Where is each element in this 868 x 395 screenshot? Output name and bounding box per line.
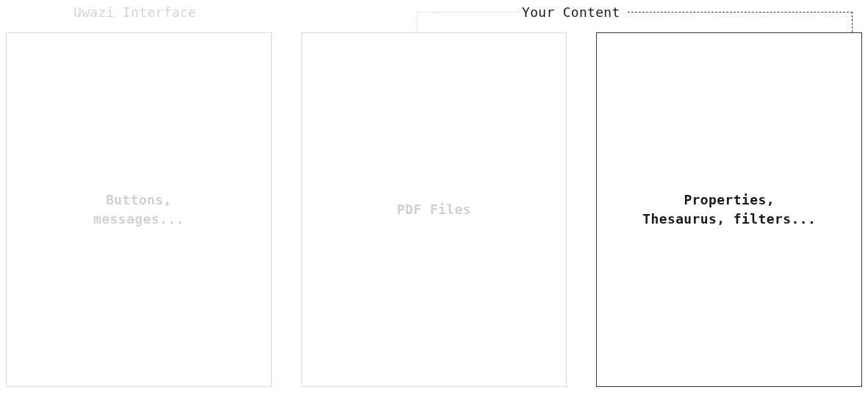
box-label-uwazi: Buttons, messages... bbox=[93, 191, 184, 229]
box-label-line: PDF Files bbox=[397, 202, 471, 217]
box-properties: Properties, Thesaurus, filters... bbox=[596, 32, 862, 387]
box-pdf-files: PDF Files bbox=[301, 32, 567, 387]
header-uwazi-interface: Uwazi Interface bbox=[73, 4, 196, 20]
box-uwazi-interface: Buttons, messages... bbox=[6, 32, 272, 387]
box-label-pdf: PDF Files bbox=[397, 200, 471, 219]
header-row: Uwazi Interface Your Content bbox=[0, 4, 868, 26]
box-label-line: Properties, bbox=[684, 192, 775, 207]
boxes-row: Buttons, messages... PDF Files Propertie… bbox=[6, 32, 862, 387]
box-label-line: Thesaurus, filters... bbox=[642, 211, 816, 227]
box-label-properties: Properties, Thesaurus, filters... bbox=[642, 191, 816, 229]
header-your-content: Your Content bbox=[522, 4, 620, 20]
box-label-line: Buttons, bbox=[106, 192, 172, 207]
diagram-root: Uwazi Interface Your Content Buttons, me… bbox=[0, 0, 868, 395]
box-label-line: messages... bbox=[93, 211, 184, 227]
